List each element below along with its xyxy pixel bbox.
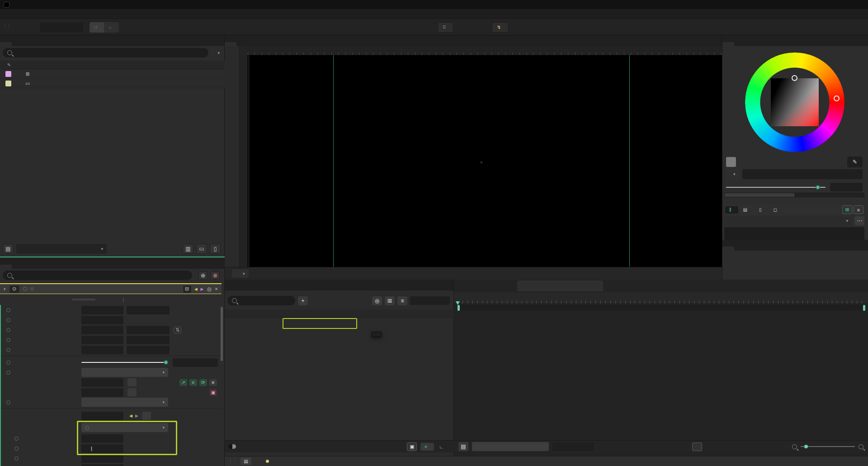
deformers-list-field[interactable] bbox=[81, 378, 123, 387]
keyframe-dot-icon[interactable] bbox=[14, 456, 19, 461]
grid-view-icon[interactable]: ⊞ bbox=[842, 205, 852, 214]
pin-icon[interactable]: ◎ bbox=[207, 286, 212, 292]
tab-advanced[interactable] bbox=[126, 299, 150, 300]
asset-color-swatch[interactable] bbox=[5, 71, 11, 77]
keyframe-dot-icon[interactable] bbox=[14, 447, 19, 451]
scale-y-field[interactable] bbox=[127, 326, 170, 334]
alpha-slider-knob[interactable] bbox=[816, 185, 820, 190]
grid-add-icon[interactable]: ⊞ bbox=[385, 296, 395, 305]
scale-x-field[interactable] bbox=[81, 326, 123, 334]
source-project-button[interactable]: ▤ bbox=[739, 206, 754, 213]
timeline-ruler[interactable] bbox=[454, 292, 868, 304]
saturation-value-square[interactable] bbox=[771, 78, 819, 126]
keyframe-dot-icon[interactable] bbox=[6, 348, 10, 352]
position-x-field[interactable] bbox=[81, 306, 123, 314]
keyframe-layer-icon[interactable]: ▤ bbox=[458, 442, 468, 451]
current-color-swatch[interactable] bbox=[726, 157, 736, 167]
row-options-icon[interactable]: ≡ bbox=[397, 296, 407, 305]
add-deformer-button[interactable] bbox=[127, 378, 137, 386]
alpha-value-field[interactable] bbox=[830, 183, 863, 191]
pivot-x-field[interactable] bbox=[81, 346, 123, 354]
close-node-icon[interactable]: × bbox=[215, 286, 218, 292]
attribute-scrollbar[interactable] bbox=[221, 307, 223, 361]
keyframe-dot-icon[interactable] bbox=[23, 287, 27, 291]
list-view-icon[interactable]: ≡ bbox=[854, 205, 863, 214]
tab-assets[interactable] bbox=[0, 42, 12, 46]
export-icon[interactable]: ↗ bbox=[179, 379, 187, 386]
asset-color-swatch[interactable] bbox=[5, 81, 11, 86]
tab-shape[interactable] bbox=[72, 299, 95, 300]
keyframe-layer-dropdown[interactable] bbox=[472, 442, 549, 451]
tab-generator[interactable] bbox=[794, 193, 864, 197]
project-folder-icon[interactable]: ▤ bbox=[3, 244, 14, 254]
tab-align[interactable] bbox=[722, 247, 734, 251]
demo-scenes-button[interactable]: ⠿ bbox=[438, 22, 453, 33]
hue-selector-circle[interactable] bbox=[834, 95, 840, 101]
distribution-dropdown[interactable]: ▾ bbox=[81, 423, 168, 432]
color-mode-dropdown[interactable]: ▾ bbox=[726, 169, 739, 179]
onion-skin-icon[interactable]: ◎ bbox=[372, 296, 382, 305]
source-scene-button[interactable]: ▯ bbox=[755, 206, 769, 213]
next-keyframe-icon[interactable]: ▶ bbox=[201, 287, 204, 291]
trash-icon[interactable]: ▯ bbox=[210, 244, 221, 254]
clear-filter-icon[interactable]: ⊗ bbox=[211, 271, 220, 280]
zoom-out-icon[interactable] bbox=[792, 444, 797, 449]
timeline-composition-tab[interactable] bbox=[517, 281, 603, 291]
collapse-panel-icon[interactable]: ▣ bbox=[407, 442, 417, 451]
color-wheel[interactable] bbox=[745, 52, 844, 152]
zoom-attribute-icon[interactable]: ⊕ bbox=[198, 271, 208, 280]
next-keyframe-icon[interactable]: ▶ bbox=[135, 414, 138, 418]
add-input-shape-button[interactable] bbox=[142, 412, 151, 420]
tab-add-layers[interactable] bbox=[735, 42, 747, 46]
blend-mode-dropdown[interactable]: ▾ bbox=[81, 368, 168, 377]
messages-icon[interactable]: ▤ bbox=[241, 457, 251, 465]
graph-editor-toggle[interactable]: ∟ bbox=[435, 443, 450, 451]
viewport-tab-composition[interactable] bbox=[225, 42, 236, 46]
asset-row-composition[interactable]: ▭ bbox=[0, 79, 225, 88]
snap-angle-field[interactable] bbox=[40, 23, 83, 32]
angle-field[interactable] bbox=[81, 464, 123, 466]
attribute-search-input[interactable] bbox=[3, 271, 192, 280]
keyframe-dot-icon[interactable] bbox=[6, 308, 10, 312]
layout-icon[interactable]: ⊟ bbox=[183, 285, 191, 293]
opacity-slider[interactable] bbox=[81, 362, 167, 363]
swatch-menu-button[interactable]: ⋯ bbox=[854, 216, 864, 225]
try-pro-button[interactable]: ↯ bbox=[492, 22, 509, 33]
count-field[interactable] bbox=[81, 434, 123, 443]
prev-keyframe-icon[interactable]: ◀ bbox=[194, 287, 198, 291]
opacity-slider-knob[interactable] bbox=[164, 360, 168, 365]
prev-keyframe-icon[interactable]: ◀ bbox=[129, 414, 132, 418]
expand-chevron-icon[interactable]: ▾ bbox=[4, 287, 6, 291]
keyframe-dot-icon[interactable] bbox=[6, 318, 10, 322]
skew-y-field[interactable] bbox=[127, 336, 170, 344]
bars-icon[interactable]: ≡ bbox=[189, 379, 197, 386]
opacity-value-field[interactable] bbox=[173, 358, 218, 367]
range-end-handle[interactable] bbox=[863, 305, 865, 311]
sv-selector-circle[interactable] bbox=[792, 75, 797, 81]
source-labels-button[interactable]: ◻ bbox=[769, 206, 784, 213]
pivot-y-field[interactable] bbox=[127, 346, 170, 354]
composition-canvas[interactable] bbox=[248, 55, 722, 267]
timeline-filter-field[interactable] bbox=[552, 442, 594, 451]
asset-row-cities[interactable]: ⊞ bbox=[0, 69, 225, 79]
time-editor-toggle[interactable]: ≡ bbox=[420, 443, 434, 451]
filter-icon[interactable]: ▣ bbox=[209, 389, 217, 396]
keyframe-dot-icon[interactable] bbox=[6, 361, 10, 365]
work-area-range[interactable] bbox=[458, 305, 865, 311]
keyframe-dot-icon[interactable] bbox=[6, 328, 10, 332]
add-layer-button[interactable]: + bbox=[298, 296, 308, 305]
keyframe-dot-icon[interactable] bbox=[6, 371, 10, 375]
zoom-in-icon[interactable] bbox=[859, 444, 863, 449]
alpha-slider[interactable] bbox=[726, 187, 826, 188]
layer-search-input[interactable] bbox=[227, 296, 295, 305]
filters-list-field[interactable] bbox=[81, 388, 123, 397]
screen-icon[interactable]: ▭ bbox=[196, 244, 207, 254]
asset-search-input[interactable] bbox=[3, 48, 208, 57]
keyframe-dot-icon[interactable] bbox=[14, 437, 19, 441]
range-start-handle[interactable] bbox=[458, 305, 460, 311]
tab-attribute-editor[interactable] bbox=[0, 265, 12, 269]
tab-color[interactable] bbox=[722, 42, 734, 46]
skew-x-field[interactable] bbox=[81, 336, 123, 344]
menu-icon[interactable]: ≡ bbox=[209, 379, 217, 386]
statusbar-drag-handle[interactable]: ⋮⋮ bbox=[228, 459, 236, 464]
